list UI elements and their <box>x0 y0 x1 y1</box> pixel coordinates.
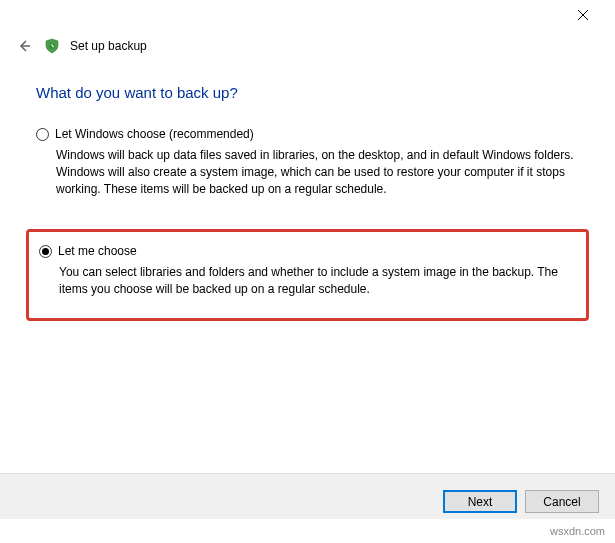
highlight-annotation: Let me choose You can select libraries a… <box>26 229 589 321</box>
radio-windows-choose[interactable] <box>36 128 49 141</box>
close-icon <box>578 10 588 20</box>
wizard-footer: Next Cancel <box>0 473 615 519</box>
next-button[interactable]: Next <box>443 490 517 513</box>
window-title: Set up backup <box>70 39 147 53</box>
option-description: Windows will back up data files saved in… <box>56 147 576 197</box>
option-description: You can select libraries and folders and… <box>59 264 576 298</box>
cancel-button[interactable]: Cancel <box>525 490 599 513</box>
option-label: Let Windows choose (recommended) <box>55 127 254 141</box>
close-button[interactable] <box>563 1 603 29</box>
option-label: Let me choose <box>58 244 137 258</box>
shield-icon <box>44 38 60 54</box>
wizard-header: Set up backup <box>0 30 615 74</box>
arrow-left-icon <box>16 38 32 54</box>
back-button[interactable] <box>14 36 34 56</box>
option-windows-choose[interactable]: Let Windows choose (recommended) Windows… <box>36 123 579 207</box>
page-heading: What do you want to back up? <box>36 84 579 101</box>
watermark: wsxdn.com <box>550 525 605 537</box>
radio-let-me-choose[interactable] <box>39 245 52 258</box>
option-let-me-choose[interactable]: Let me choose You can select libraries a… <box>39 240 576 308</box>
